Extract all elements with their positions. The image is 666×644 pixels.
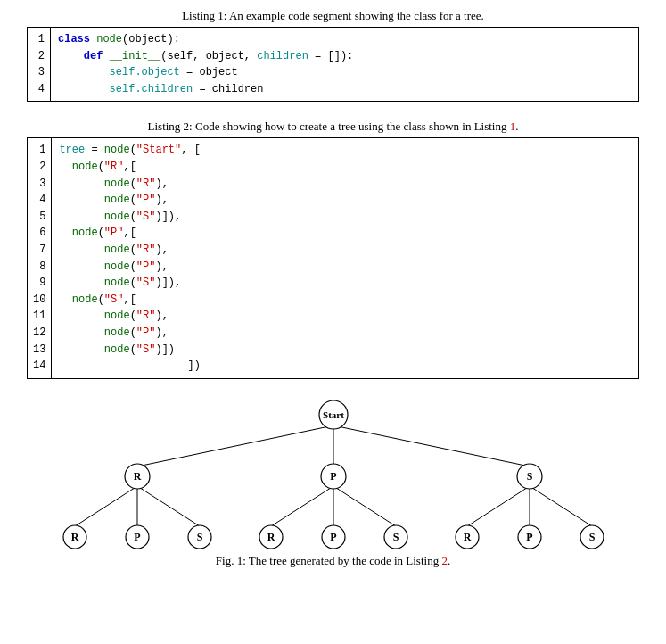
listing2-line5: node("S")]), (59, 209, 631, 226)
listing1-section: Listing 1: An example code segment showi… (27, 9, 639, 102)
listing2-line2: node("R",[ (59, 159, 631, 176)
node-start: Start (323, 409, 344, 420)
listing1-box: 1 2 3 4 class node(object): def __init__… (27, 27, 639, 102)
listing2-line12: node("P"), (59, 325, 631, 342)
svg-line-0 (137, 425, 333, 466)
listing1-caption: Listing 1: An example code segment showi… (27, 9, 639, 23)
listing1-line4: self.children = children (58, 81, 631, 98)
tree-svg: Start R P S R P S R P S R P S (30, 397, 637, 549)
svg-line-2 (333, 425, 530, 466)
listing2-code: tree = node("Start", [ node("R",[ node("… (52, 138, 638, 377)
listing2-line4: node("P"), (59, 192, 631, 209)
listing2-caption-pre: Listing 2: Code showing how to create a … (148, 120, 510, 133)
listing2-caption-post: . (515, 120, 518, 133)
node-l1-p: P (330, 470, 336, 483)
node-l2-s-p: P (526, 531, 532, 543)
listing2-line11: node("R"), (59, 308, 631, 325)
node-l2-p-p: P (330, 531, 336, 543)
listing1-line-numbers: 1 2 3 4 (28, 28, 51, 101)
listing1-line3: self.object = object (58, 64, 631, 81)
fig-caption: Fig. 1: The tree generated by the code i… (27, 554, 639, 568)
listing2-line7: node("R"), (59, 242, 631, 259)
node-l1-r: R (133, 470, 141, 483)
node-l2-r-p: P (134, 531, 140, 543)
listing1-line2: def __init__(self, object, children = []… (58, 48, 631, 65)
listing1-line1: class node(object): (58, 31, 631, 48)
listing2-line6: node("P",[ (59, 225, 631, 242)
listing2-line10: node("S",[ (59, 292, 631, 309)
svg-line-6 (271, 486, 333, 526)
node-l2-p-s: S (392, 531, 399, 543)
listing2-line9: node("S")]), (59, 275, 631, 292)
fig-caption-pre: Fig. 1: The tree generated by the code i… (216, 554, 442, 567)
listing1-code: class node(object): def __init__(self, o… (51, 28, 638, 101)
svg-line-11 (530, 486, 592, 526)
node-l2-r-r: R (70, 531, 78, 543)
svg-line-9 (467, 486, 530, 526)
listing2-line1: tree = node("Start", [ (59, 142, 631, 159)
listing2-section: Listing 2: Code showing how to create a … (27, 120, 639, 378)
node-l2-s-s: S (588, 531, 595, 543)
listing2-box: 1 2 3 4 5 6 7 8 9 10 11 12 13 14 tree = … (27, 137, 639, 378)
listing2-line8: node("P"), (59, 259, 631, 276)
node-l2-r-s: S (196, 531, 202, 543)
node-l2-s-r: R (463, 531, 471, 543)
listing2-line3: node("R"), (59, 176, 631, 193)
svg-line-5 (137, 486, 200, 526)
tree-diagram-section: Start R P S R P S R P S R P S Fig. 1: (27, 397, 639, 568)
svg-line-3 (75, 486, 137, 526)
svg-line-8 (333, 486, 396, 526)
listing2-line-numbers: 1 2 3 4 5 6 7 8 9 10 11 12 13 14 (28, 138, 52, 377)
listing2-line14: ]) (59, 358, 631, 375)
listing2-line13: node("S")]) (59, 342, 631, 359)
node-l1-s: S (526, 470, 532, 483)
fig-caption-post: . (448, 554, 450, 567)
node-l2-p-r: R (267, 531, 275, 543)
listing2-caption: Listing 2: Code showing how to create a … (27, 120, 639, 134)
